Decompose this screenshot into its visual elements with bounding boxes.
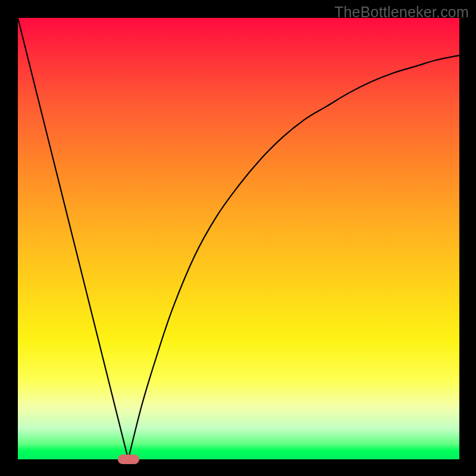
curve-right-branch [129,55,460,459]
minimum-marker [118,455,139,464]
plot-area [18,18,459,459]
curve-left-branch [18,18,129,459]
curve-svg [18,18,459,459]
chart-frame: TheBottleneker.com [0,0,476,476]
